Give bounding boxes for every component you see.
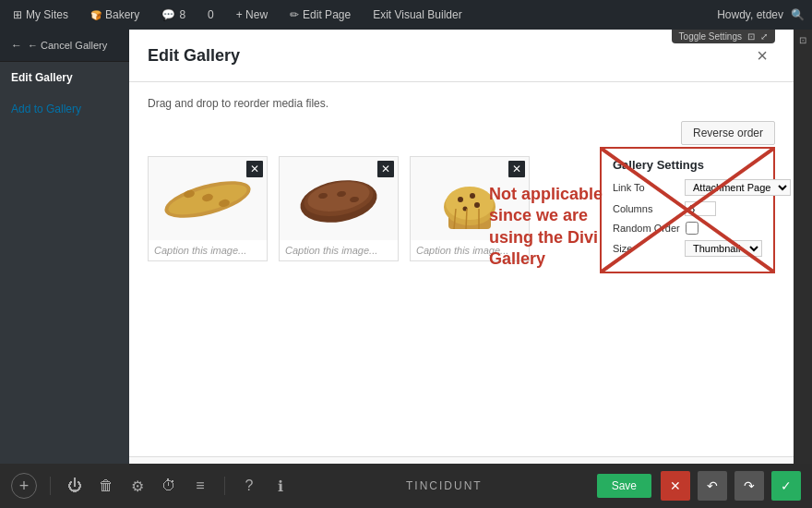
comments-link[interactable]: 💬 8	[156, 0, 191, 30]
gs-columns-row: Columns	[613, 201, 762, 216]
my-sites-link[interactable]: ⊞ My Sites	[7, 0, 74, 30]
divi-layers-icon[interactable]: ≡	[189, 475, 211, 497]
exit-label: Exit Visual Builder	[373, 8, 462, 21]
gallery-area: ✕ Caption this image...	[148, 156, 775, 261]
modal-body: Drag and drop to reorder media files. Re…	[129, 82, 794, 456]
divi-bar-center: TINCIDUNT	[301, 479, 588, 492]
add-to-gallery-label: Add to Gallery	[11, 103, 81, 115]
svg-line-19	[466, 209, 467, 229]
bakery-icon: 🍞	[90, 10, 102, 20]
updates-link[interactable]: 0	[202, 0, 220, 30]
divi-undo-button[interactable]: ↶	[698, 471, 727, 501]
gs-size-row: Size Thumbnail	[613, 240, 762, 257]
modal-close-button[interactable]: ×	[749, 42, 775, 68]
toggle-settings-icon[interactable]: ⊡	[747, 31, 755, 42]
gs-columns-label: Columns	[613, 203, 679, 214]
update-count: 0	[208, 8, 214, 21]
bakery-label: Bakery	[105, 8, 139, 21]
cancel-gallery-label: ← Cancel Gallery	[28, 40, 107, 51]
gs-link-to-label: Link To	[613, 182, 679, 193]
modal-area: Toggle Settings ⊡ ⤢ Edit Gallery × Drag …	[129, 30, 794, 508]
arrow-left-icon: ←	[11, 39, 22, 52]
edit-page-label: Edit Page	[303, 8, 351, 21]
divi-bar-separator-1	[50, 477, 51, 495]
toolbar-row: Reverse order	[148, 121, 775, 145]
svg-point-14	[458, 197, 463, 202]
howdy-text: Howdy, etdev	[717, 8, 783, 21]
search-icon[interactable]: 🔍	[791, 8, 805, 21]
wp-icon: ⊞	[13, 8, 22, 21]
pencil-icon: ✏	[290, 8, 299, 21]
not-applicable-annotation: Not applicable since we are using the Di…	[489, 184, 618, 271]
gallery-settings-box: Gallery Settings Link To Attachment Page…	[600, 147, 775, 273]
divi-bar-separator-2	[224, 477, 225, 495]
gs-columns-input[interactable]	[685, 201, 716, 216]
divi-trash-icon[interactable]: 🗑	[95, 475, 117, 497]
annotation-text: Not applicable since we are using the Di…	[489, 185, 603, 268]
my-sites-label: My Sites	[26, 8, 68, 21]
divi-clock-icon[interactable]: ⏱	[158, 475, 180, 497]
divi-power-icon[interactable]: ⏻	[64, 475, 86, 497]
gallery-item-1: ✕ Caption this image...	[148, 156, 268, 261]
right-panel-icon[interactable]: ⊡	[799, 35, 806, 45]
gs-random-order-label: Random Order	[613, 223, 680, 234]
exit-visual-builder-link[interactable]: Exit Visual Builder	[367, 0, 468, 30]
gallery-item-2-image: ✕	[280, 157, 398, 240]
svg-point-15	[470, 193, 475, 199]
sidebar: ← ← Cancel Gallery Edit Gallery Add to G…	[0, 30, 129, 508]
sidebar-item-edit-gallery[interactable]: Edit Gallery	[0, 62, 129, 93]
save-button[interactable]: Save	[597, 474, 651, 498]
comment-count: 8	[179, 8, 185, 21]
gs-size-label: Size	[613, 243, 679, 254]
main-layout: ← ← Cancel Gallery Edit Gallery Add to G…	[0, 30, 812, 508]
bakery-link[interactable]: 🍞 Bakery	[85, 0, 145, 30]
new-link[interactable]: + New	[231, 0, 273, 30]
gallery-item-2-caption[interactable]: Caption this image...	[280, 240, 398, 260]
admin-bar-right: Howdy, etdev 🔍	[717, 8, 805, 21]
sidebar-item-add-to-gallery[interactable]: Add to Gallery	[0, 93, 129, 125]
gs-link-to-row: Link To Attachment Page	[613, 179, 762, 196]
drag-drop-label: Drag and drop to reorder media files.	[148, 97, 775, 110]
gallery-item-3-remove-button[interactable]: ✕	[508, 161, 525, 177]
divi-help-icon-2[interactable]: ℹ	[269, 475, 292, 497]
svg-point-13	[446, 187, 494, 220]
edit-gallery-label: Edit Gallery	[11, 71, 73, 84]
baguette-icon	[157, 164, 258, 234]
gs-link-to-select[interactable]: Attachment Page	[685, 179, 791, 196]
gallery-item-2: ✕ Caption this image...	[279, 156, 399, 261]
divi-add-button[interactable]: +	[11, 473, 37, 499]
gallery-item-1-caption[interactable]: Caption this image...	[149, 240, 267, 260]
edit-page-link[interactable]: ✏ Edit Page	[284, 0, 356, 30]
gs-size-select[interactable]: Thumbnail	[685, 240, 762, 257]
gallery-grid: ✕ Caption this image...	[148, 156, 775, 261]
divi-help-icon-1[interactable]: ?	[238, 475, 260, 497]
toggle-settings-panel: Toggle Settings ⊡ ⤢	[672, 30, 775, 43]
svg-point-16	[474, 202, 480, 208]
comment-icon: 💬	[161, 8, 175, 21]
cancel-gallery-button[interactable]: ← ← Cancel Gallery	[0, 30, 129, 62]
divi-settings-icon[interactable]: ⚙	[126, 475, 149, 497]
divi-bar-right: ✕ ↶ ↷ ✓	[661, 471, 801, 501]
divi-redo-button[interactable]: ↷	[734, 471, 764, 501]
gallery-settings-title: Gallery Settings	[613, 158, 762, 172]
gallery-item-1-image: ✕	[149, 157, 267, 240]
divi-bottom-bar: + ⏻ 🗑 ⚙ ⏱ ≡ ? ℹ TINCIDUNT Save ✕ ↶ ↷ ✓	[0, 464, 812, 508]
divi-bar-title: TINCIDUNT	[406, 479, 483, 492]
gallery-item-2-remove-button[interactable]: ✕	[377, 161, 394, 177]
reverse-order-button[interactable]: Reverse order	[681, 121, 775, 145]
divi-confirm-button[interactable]: ✓	[771, 471, 801, 501]
divi-close-button[interactable]: ✕	[661, 471, 690, 501]
gallery-item-1-remove-button[interactable]: ✕	[246, 161, 263, 177]
new-label: + New	[236, 8, 268, 21]
gs-random-order-row: Random Order	[613, 222, 762, 235]
admin-bar: ⊞ My Sites 🍞 Bakery 💬 8 0 + New ✏ Edit P…	[0, 0, 812, 30]
modal-title: Edit Gallery	[148, 46, 240, 66]
gs-random-order-checkbox[interactable]	[686, 222, 699, 235]
loaf-icon	[288, 164, 389, 234]
toggle-settings-close-icon[interactable]: ⤢	[760, 31, 768, 42]
toggle-settings-label: Toggle Settings	[679, 31, 742, 42]
right-panel: ⊡	[794, 30, 812, 508]
